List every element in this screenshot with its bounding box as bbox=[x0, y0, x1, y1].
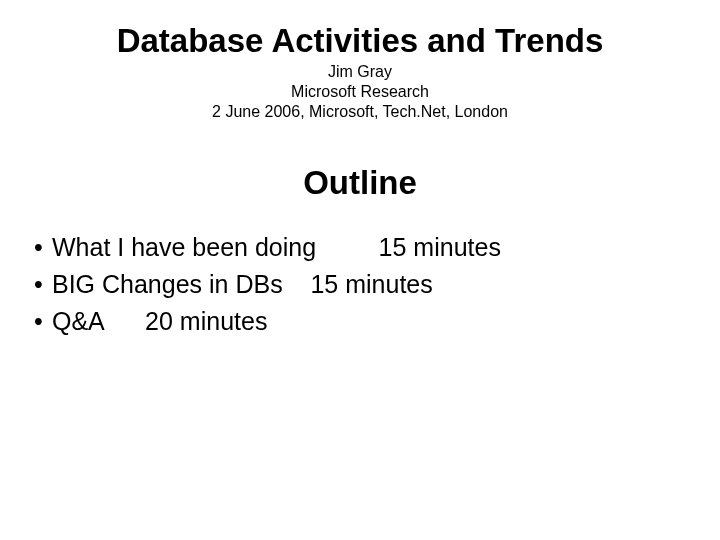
slide: Database Activities and Trends Jim Gray … bbox=[0, 0, 720, 540]
bullet-icon: • bbox=[34, 304, 52, 339]
item-duration: 15 minutes bbox=[379, 233, 501, 261]
bullet-icon: • bbox=[34, 230, 52, 265]
item-spacer bbox=[316, 233, 379, 261]
list-item: •Q&A 20 minutes bbox=[34, 304, 690, 339]
item-duration: 15 minutes bbox=[310, 270, 432, 298]
author-affiliation: Microsoft Research bbox=[30, 82, 690, 102]
item-spacer bbox=[103, 307, 145, 335]
item-duration: 20 minutes bbox=[145, 307, 267, 335]
bullet-icon: • bbox=[34, 267, 52, 302]
list-item: •BIG Changes in DBs 15 minutes bbox=[34, 267, 690, 302]
item-text: Q&A bbox=[52, 307, 103, 335]
item-spacer bbox=[283, 270, 311, 298]
outline-list: •What I have been doing 15 minutes •BIG … bbox=[30, 230, 690, 339]
list-item: •What I have been doing 15 minutes bbox=[34, 230, 690, 265]
author-block: Jim Gray Microsoft Research 2 June 2006,… bbox=[30, 62, 690, 122]
item-text: BIG Changes in DBs bbox=[52, 270, 283, 298]
author-event: 2 June 2006, Microsoft, Tech.Net, London bbox=[30, 102, 690, 122]
section-title: Outline bbox=[30, 164, 690, 202]
item-text: What I have been doing bbox=[52, 233, 316, 261]
slide-title: Database Activities and Trends bbox=[30, 22, 690, 60]
author-name: Jim Gray bbox=[30, 62, 690, 82]
